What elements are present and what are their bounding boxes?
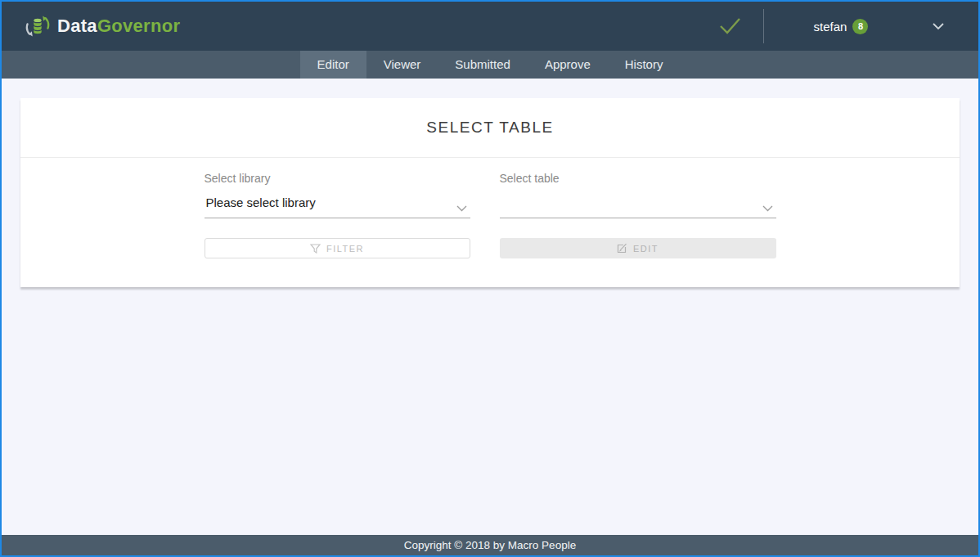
filter-button[interactable]: FILTER [205,238,470,258]
edit-button[interactable]: EDIT [500,238,776,258]
library-field-label: Select library [205,172,470,185]
filter-funnel-icon [310,244,321,254]
main-nav: Editor Viewer Submitted Approve History [2,51,978,79]
page-title: SELECT TABLE [426,119,553,137]
select-table-card: SELECT TABLE Select library Please selec… [20,98,960,287]
app-title: DataGovernor [57,16,180,37]
copyright-text: Copyright © 2018 by Macro People [404,539,576,551]
chevron-down-icon [456,200,467,214]
username: stefan [814,20,847,34]
edit-pencil-icon [617,243,627,254]
header-divider [763,9,764,43]
top-header: DataGovernor stefan 8 [2,2,978,51]
chevron-down-icon[interactable] [933,23,944,30]
tab-viewer[interactable]: Viewer [366,51,438,79]
tab-approve[interactable]: Approve [528,51,608,79]
filter-button-label: FILTER [326,244,364,254]
database-sync-icon [25,13,51,39]
library-field-group: Select library Please select library [205,172,470,258]
tab-editor[interactable]: Editor [300,51,366,79]
tab-history[interactable]: History [608,51,681,79]
main-content: SELECT TABLE Select library Please selec… [2,79,978,535]
user-badge: 8 [852,19,868,34]
library-select-value: Please select library [206,195,316,209]
library-select[interactable]: Please select library [205,195,470,218]
user-menu[interactable]: stefan 8 [772,19,910,34]
checkmark-icon[interactable] [717,16,742,37]
edit-button-label: EDIT [633,244,659,254]
footer: Copyright © 2018 by Macro People [2,535,978,555]
table-select[interactable] [500,195,776,218]
app-window: DataGovernor stefan 8 Editor Viewer Sub [0,0,980,557]
table-field-label: Select table [500,172,776,185]
app-logo: DataGovernor [25,13,180,39]
card-header: SELECT TABLE [20,98,960,158]
tab-submitted[interactable]: Submitted [438,51,528,79]
table-field-group: Select table [500,172,776,258]
chevron-down-icon [762,200,773,214]
card-body: Select library Please select library [20,158,960,287]
